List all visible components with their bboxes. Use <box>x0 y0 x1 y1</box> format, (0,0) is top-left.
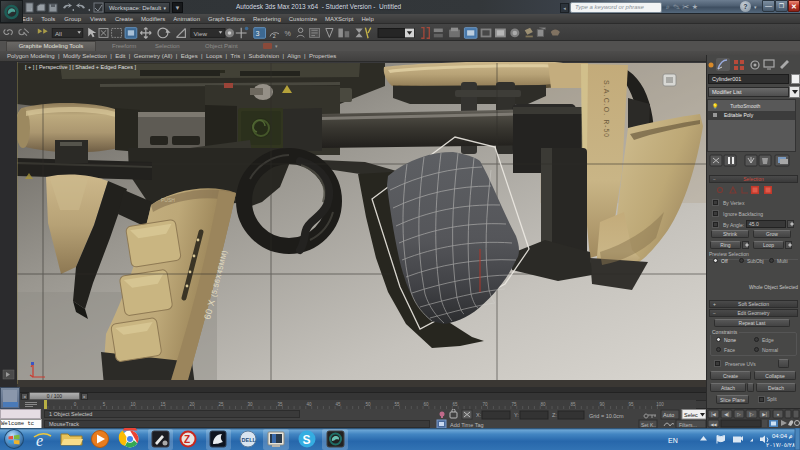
svg-text:20: 20 <box>189 402 195 407</box>
svg-text:Selec: Selec <box>684 412 698 418</box>
svg-text:80: 80 <box>540 402 546 407</box>
svg-text:50: 50 <box>365 402 371 407</box>
svg-text:Add Time Tag: Add Time Tag <box>450 422 484 428</box>
svg-text:٢٠١٧/٠٥/٢٨: ٢٠١٧/٠٥/٢٨ <box>766 442 796 448</box>
svg-text:Z:: Z: <box>552 412 557 418</box>
svg-text:55: 55 <box>394 402 400 407</box>
svg-text:%: % <box>284 31 291 39</box>
svg-text:2: 2 <box>273 33 276 39</box>
svg-text:3: 3 <box>256 30 260 38</box>
svg-text:|▷: |▷ <box>749 412 754 417</box>
svg-text:30: 30 <box>247 402 253 407</box>
svg-text:◀|: ◀| <box>724 412 729 417</box>
svg-text:70: 70 <box>482 402 488 407</box>
svg-text:100: 100 <box>656 402 664 407</box>
svg-text:EN: EN <box>668 437 678 444</box>
svg-text:04:04 م: 04:04 م <box>772 433 793 439</box>
svg-text:S: S <box>303 433 311 447</box>
svg-text:S.A.C.O. R-50: S.A.C.O. R-50 <box>603 80 610 138</box>
svg-text:15: 15 <box>160 402 166 407</box>
svg-text:DELL: DELL <box>242 437 257 443</box>
svg-text:▶|: ▶| <box>762 412 767 417</box>
svg-text:Z: Z <box>184 434 190 445</box>
svg-text:85: 85 <box>570 402 576 407</box>
svg-text:PUSH: PUSH <box>161 197 175 203</box>
svg-text:40: 40 <box>306 402 312 407</box>
svg-text:◀◀: ◀◀ <box>710 422 717 427</box>
svg-text:75: 75 <box>511 402 517 407</box>
svg-text:10: 10 <box>130 402 136 407</box>
svg-text:|◀: |◀ <box>711 412 716 417</box>
svg-text:35: 35 <box>277 402 283 407</box>
svg-text:X:: X: <box>476 412 482 418</box>
svg-text:90: 90 <box>599 402 605 407</box>
svg-text:View: View <box>194 30 208 37</box>
svg-text:Auto: Auto <box>663 412 674 418</box>
svg-text:Filters...: Filters... <box>679 422 697 428</box>
svg-text:Y:: Y: <box>514 412 519 418</box>
svg-text:45: 45 <box>335 402 341 407</box>
svg-text:65: 65 <box>452 402 458 407</box>
svg-text:60: 60 <box>423 402 429 407</box>
svg-text:25: 25 <box>218 402 224 407</box>
svg-text:▷: ▷ <box>737 412 741 417</box>
svg-text:All: All <box>55 30 62 37</box>
svg-text:Set K..: Set K.. <box>641 422 656 428</box>
svg-text:95: 95 <box>628 402 634 407</box>
svg-text:●: ● <box>777 412 780 417</box>
svg-text:Grid = 10.0cm: Grid = 10.0cm <box>589 413 624 419</box>
